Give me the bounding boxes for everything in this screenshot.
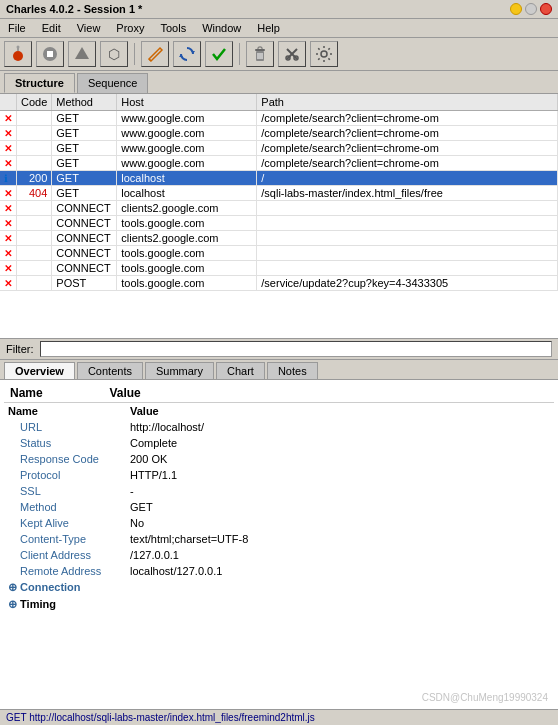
settings-button[interactable] [278, 41, 306, 67]
tab-chart[interactable]: Chart [216, 362, 265, 379]
tab-summary[interactable]: Summary [145, 362, 214, 379]
close-button[interactable] [540, 3, 552, 15]
overview-connection-section[interactable]: ⊕ Connection [4, 579, 554, 596]
row-method: POST [52, 276, 117, 291]
table-row[interactable]: ✕CONNECTclients2.google.com [0, 231, 558, 246]
record-button[interactable] [4, 41, 32, 67]
title-text: Charles 4.0.2 - Session 1 * [6, 3, 142, 15]
svg-point-0 [13, 51, 23, 61]
overview-field-name: Kept Alive [4, 515, 124, 531]
table-row[interactable]: ℹ200GETlocalhost/ [0, 171, 558, 186]
compose-button[interactable] [141, 41, 169, 67]
tab-overview[interactable]: Overview [4, 362, 75, 379]
table-row[interactable]: ✕CONNECTclients2.google.com [0, 201, 558, 216]
overview-rows: NameValueURLhttp://localhost/StatusCompl… [4, 403, 554, 614]
overview-timing-section[interactable]: ⊕ Timing [4, 596, 554, 613]
row-path: /complete/search?client=chrome-om [257, 141, 558, 156]
menu-proxy[interactable]: Proxy [112, 21, 148, 35]
maximize-button[interactable] [525, 3, 537, 15]
row-host: www.google.com [117, 111, 257, 126]
col-path[interactable]: Path [257, 94, 558, 111]
row-method: GET [52, 111, 117, 126]
col-method[interactable]: Method [52, 94, 117, 111]
row-path [257, 216, 558, 231]
svg-rect-4 [47, 51, 53, 57]
col-code[interactable]: Code [17, 94, 52, 111]
menu-tools[interactable]: Tools [156, 21, 190, 35]
table-row[interactable]: ✕404GETlocalhost/sqli-labs-master/index.… [0, 186, 558, 201]
row-path [257, 201, 558, 216]
col-host[interactable]: Host [117, 94, 257, 111]
row-host: clients2.google.com [117, 201, 257, 216]
overview-row: Remote Addresslocalhost/127.0.0.1 [4, 563, 554, 579]
extra-button[interactable]: ⬡ [100, 41, 128, 67]
table-row[interactable]: ✕GETwww.google.com/complete/search?clien… [0, 141, 558, 156]
row-method: GET [52, 171, 117, 186]
table-row[interactable]: ✕GETwww.google.com/complete/search?clien… [0, 111, 558, 126]
overview-field-value: Complete [124, 435, 554, 451]
status-text: GET http://localhost/sqli-labs-master/in… [6, 712, 315, 723]
row-icon: ℹ [0, 171, 17, 186]
row-method: GET [52, 156, 117, 171]
row-method: CONNECT [52, 216, 117, 231]
table-row[interactable]: ✕GETwww.google.com/complete/search?clien… [0, 156, 558, 171]
name-col-label: Name [10, 386, 43, 400]
svg-point-2 [17, 46, 20, 49]
row-host: localhost [117, 186, 257, 201]
refresh-button[interactable] [173, 41, 201, 67]
request-rows: ✕GETwww.google.com/complete/search?clien… [0, 111, 558, 291]
titlebar: Charles 4.0.2 - Session 1 * [0, 0, 558, 19]
tab-structure[interactable]: Structure [4, 73, 75, 93]
check-button[interactable] [205, 41, 233, 67]
table-row[interactable]: ✕CONNECTtools.google.com [0, 216, 558, 231]
row-method: CONNECT [52, 261, 117, 276]
overview-field-value: GET [124, 499, 554, 515]
row-icon: ✕ [0, 261, 17, 276]
row-icon: ✕ [0, 156, 17, 171]
menu-edit[interactable]: Edit [38, 21, 65, 35]
table-row[interactable]: ✕GETwww.google.com/complete/search?clien… [0, 126, 558, 141]
row-code [17, 201, 52, 216]
menu-help[interactable]: Help [253, 21, 284, 35]
row-path: / [257, 171, 558, 186]
row-method: CONNECT [52, 231, 117, 246]
tab-notes[interactable]: Notes [267, 362, 318, 379]
overview-field-name: Protocol [4, 467, 124, 483]
overview-field-name: Status [4, 435, 124, 451]
row-host: localhost [117, 171, 257, 186]
menu-file[interactable]: File [4, 21, 30, 35]
row-path: /sqli-labs-master/index.html_files/free [257, 186, 558, 201]
row-host: tools.google.com [117, 276, 257, 291]
row-host: www.google.com [117, 141, 257, 156]
row-host: tools.google.com [117, 246, 257, 261]
menu-window[interactable]: Window [198, 21, 245, 35]
minimize-button[interactable] [510, 3, 522, 15]
tab-contents[interactable]: Contents [77, 362, 143, 379]
clear-button[interactable] [68, 41, 96, 67]
trash-button[interactable] [246, 41, 274, 67]
gear-button[interactable] [310, 41, 338, 67]
menu-view[interactable]: View [73, 21, 105, 35]
filter-input[interactable] [40, 341, 553, 357]
row-host: www.google.com [117, 126, 257, 141]
table-row[interactable]: ✕CONNECTtools.google.com [0, 246, 558, 261]
overview-row: Content-Typetext/html;charset=UTF-8 [4, 531, 554, 547]
svg-line-6 [149, 59, 151, 61]
col-icon [0, 94, 17, 111]
row-path: /service/update2?cup?key=4-3433305 [257, 276, 558, 291]
toolbar: ⬡ [0, 38, 558, 71]
row-host: www.google.com [117, 156, 257, 171]
stop-button[interactable] [36, 41, 64, 67]
tab-sequence[interactable]: Sequence [77, 73, 149, 93]
col-name-header: Name Value [4, 384, 554, 403]
value-col-label: Value [109, 386, 140, 400]
filter-bar: Filter: [0, 339, 558, 360]
row-icon: ✕ [0, 246, 17, 261]
row-code [17, 111, 52, 126]
request-table-container[interactable]: Code Method Host Path ✕GETwww.google.com… [0, 94, 558, 339]
row-path: /complete/search?client=chrome-om [257, 126, 558, 141]
table-row[interactable]: ✕CONNECTtools.google.com [0, 261, 558, 276]
row-code [17, 126, 52, 141]
table-row[interactable]: ✕POSTtools.google.com/service/update2?cu… [0, 276, 558, 291]
overview-field-value: 200 OK [124, 451, 554, 467]
